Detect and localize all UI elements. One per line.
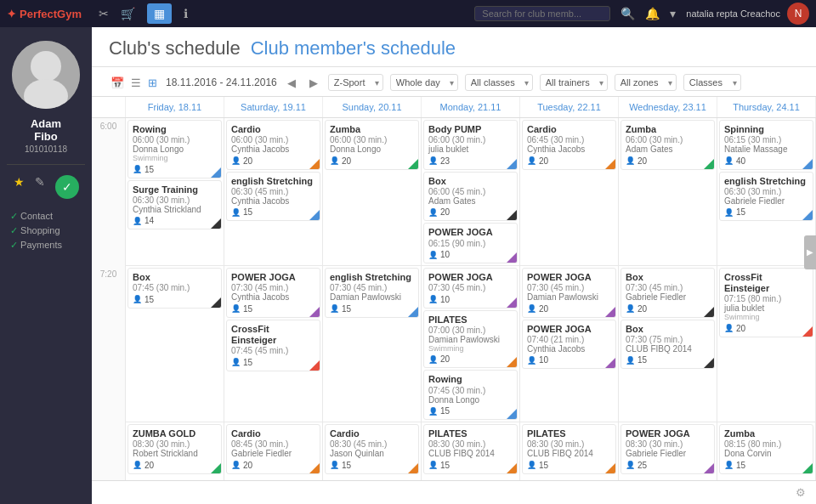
user-name: natalia repta Creachoc xyxy=(686,8,780,19)
person-icon: 👤 xyxy=(626,356,635,365)
check-button[interactable]: ✓ xyxy=(55,175,79,199)
class-card[interactable]: Cardio 08:30 (45 min.) Jason Quinlan 👤 1… xyxy=(325,424,419,474)
color-indicator xyxy=(211,297,221,308)
class-card[interactable]: Box 07:30 (75 min.) CLUB FIBQ 2014 👤 15 xyxy=(620,320,715,370)
person-icon: 👤 xyxy=(231,304,241,313)
class-time: 07:30 (45 min.) xyxy=(527,283,611,292)
class-card[interactable]: Cardio 06:45 (30 min.) Cynthia Jacobs 👤 … xyxy=(522,120,616,170)
class-card[interactable]: Box 06:00 (45 min.) Adam Gates 👤 20 xyxy=(423,172,518,222)
bottom-bar: ⚙ xyxy=(92,480,816,504)
title-main: Club's schedule xyxy=(109,37,241,59)
class-trainer: Adam Gates xyxy=(428,196,513,206)
prev-week-button[interactable]: ◀ xyxy=(284,75,299,91)
color-indicator xyxy=(309,159,320,169)
class-card[interactable]: POWER JOGA 07:30 (45 min.) Cynthia Jacob… xyxy=(226,268,320,318)
nav-calendar[interactable]: ▦ xyxy=(147,3,172,24)
class-spots: 👤 15 xyxy=(330,303,414,314)
grid-view-icon[interactable]: ⊞ xyxy=(146,75,159,91)
class-card[interactable]: Cardio 06:00 (30 min.) Cynthia Jacobs 👤 … xyxy=(226,120,320,170)
class-card[interactable]: english Stretching 06:30 (30 min.) Gabri… xyxy=(719,172,813,222)
day-header-thu[interactable]: Thursday, 24.11 xyxy=(717,97,816,117)
bell-icon[interactable]: 🔔 xyxy=(645,7,660,20)
color-indicator xyxy=(507,210,517,220)
search-input[interactable] xyxy=(474,6,610,21)
list-view-icon[interactable]: ☰ xyxy=(129,75,143,91)
day-header-sun[interactable]: Sunday, 20.11 xyxy=(323,97,422,117)
nav-cart[interactable]: 🛒 xyxy=(121,7,135,20)
edit-icon[interactable]: ✎ xyxy=(35,175,45,199)
class-card[interactable]: POWER JOGA 06:15 (90 min.) 👤 10 xyxy=(423,223,518,263)
class-card[interactable]: POWER JOGA 07:30 (45 min.) Damian Pawlow… xyxy=(522,268,616,318)
day-cell: PILATES 08:30 (30 min.) CLUB FIBQ 2014 👤… xyxy=(520,422,619,480)
class-trainer: Cynthia Jacobs xyxy=(231,196,315,206)
color-indicator xyxy=(507,409,517,419)
class-time: 06:30 (30 min.) xyxy=(133,195,217,205)
search-icon[interactable]: 🔍 xyxy=(620,7,635,20)
nav-info[interactable]: ℹ xyxy=(184,7,188,20)
class-card[interactable]: POWER JOGA 07:30 (45 min.) 👤 10 xyxy=(423,268,518,309)
settings-icon[interactable]: ⚙ xyxy=(796,486,806,499)
class-card[interactable]: POWER JOGA 08:30 (30 min.) Gabriele Fied… xyxy=(620,424,715,474)
day-header-sat[interactable]: Saturday, 19.11 xyxy=(224,97,323,117)
calendar-view-icon[interactable]: 📅 xyxy=(109,75,126,91)
nav-scissors[interactable]: ✂ xyxy=(99,7,109,20)
day-header-tue[interactable]: Tuesday, 22.11 xyxy=(520,97,619,117)
class-card[interactable]: Box 07:30 (45 min.) Gabriele Fiedler 👤 2… xyxy=(620,268,715,318)
day-header-fri[interactable]: Friday, 18.11 xyxy=(126,97,224,117)
class-name: english Stretching xyxy=(330,272,414,283)
class-card[interactable]: PILATES 08:30 (30 min.) CLUB FIBQ 2014 👤… xyxy=(423,424,518,474)
class-card[interactable]: ZUMBA GOLD 08:30 (30 min.) Robert Strick… xyxy=(128,424,222,474)
time-filter[interactable]: Whole day xyxy=(390,74,458,91)
next-week-button[interactable]: ▶ xyxy=(306,75,321,91)
class-trainer: Jason Quinlan xyxy=(330,449,414,458)
class-card[interactable]: Zumba 06:00 (30 min.) Donna Longo 👤 20 xyxy=(325,120,419,170)
color-indicator xyxy=(802,159,813,169)
sidebar-link-contact[interactable]: Contact xyxy=(10,209,82,224)
day-header-mon[interactable]: Monday, 21.11 xyxy=(422,97,520,117)
class-name: POWER JOGA xyxy=(626,428,710,439)
class-name: Box xyxy=(428,176,513,187)
class-card[interactable]: Cardio 08:45 (30 min.) Gabriele Fiedler … xyxy=(226,424,320,474)
right-sidebar-toggle[interactable]: ▶ xyxy=(804,235,816,269)
sidebar-link-shopping[interactable]: Shopping xyxy=(10,224,82,238)
class-card[interactable]: Surge Training 06:30 (30 min.) Cynthia S… xyxy=(128,180,222,230)
class-card[interactable]: PILATES 07:00 (30 min.) Damian Pawlowski… xyxy=(423,310,518,369)
class-card[interactable]: CrossFit Einsteiger 07:45 (45 min.) 👤 15 xyxy=(226,320,320,371)
view-filter[interactable]: Classes xyxy=(683,74,741,91)
class-card[interactable]: Rowing 07:45 (30 min.) Donna Longo 👤 15 xyxy=(423,370,518,420)
person-icon: 👤 xyxy=(428,295,438,303)
class-spots: 👤 15 xyxy=(724,460,808,470)
star-icon[interactable]: ★ xyxy=(14,175,25,199)
classes-filter[interactable]: All classes xyxy=(465,74,533,91)
class-card[interactable]: Rowing 06:00 (30 min.) Donna Longo Swimm… xyxy=(128,120,222,178)
class-card[interactable]: Zumba 06:00 (30 min.) Adam Gates 👤 20 xyxy=(620,120,715,170)
zones-filter[interactable]: All zones xyxy=(615,74,677,91)
class-card[interactable]: CrossFit Einsteiger 07:15 (80 min.) juli… xyxy=(719,268,813,337)
class-card[interactable]: Spinning 06:15 (30 min.) Natalie Massage… xyxy=(719,120,813,170)
color-indicator xyxy=(507,463,517,473)
class-name: CrossFit Einsteiger xyxy=(724,272,808,294)
class-card[interactable]: PILATES 08:30 (30 min.) CLUB FIBQ 2014 👤… xyxy=(522,424,616,474)
class-card[interactable]: POWER JOGA 07:40 (21 min.) Cynthia Jacob… xyxy=(522,320,616,370)
class-spots: 👤 20 xyxy=(527,303,611,314)
class-trainer: CLUB FIBQ 2014 xyxy=(527,449,611,458)
sport-filter[interactable]: Z-Sport xyxy=(328,74,383,91)
class-card[interactable]: Zumba 08:15 (80 min.) Dona Corvin 👤 15 xyxy=(719,424,813,474)
trainers-filter-wrap: All trainers xyxy=(540,74,608,91)
sidebar-link-payments[interactable]: Payments xyxy=(10,238,82,252)
chevron-down-icon[interactable]: ▾ xyxy=(670,7,676,20)
class-name: PILATES xyxy=(428,428,513,439)
day-header-wed[interactable]: Wednesday, 23.11 xyxy=(619,97,717,117)
time-header xyxy=(92,97,126,117)
class-spots: 👤 10 xyxy=(428,294,513,304)
class-card[interactable]: english Stretching 07:30 (45 min.) Damia… xyxy=(325,268,419,318)
class-card[interactable]: Box 07:45 (30 min.) 👤 15 xyxy=(128,268,222,309)
class-spots: 👤 10 xyxy=(527,355,611,365)
class-trainer: Robert Strickland xyxy=(133,449,217,458)
sidebar-member-id: 101010118 xyxy=(0,144,92,161)
trainers-filter[interactable]: All trainers xyxy=(540,74,608,91)
person-icon: 👤 xyxy=(428,208,438,217)
class-card[interactable]: Body PUMP 06:00 (30 min.) julia buklet 👤… xyxy=(423,120,518,170)
class-time: 08:30 (30 min.) xyxy=(527,439,611,449)
class-card[interactable]: english Stretching 06:30 (45 min.) Cynth… xyxy=(226,172,320,222)
